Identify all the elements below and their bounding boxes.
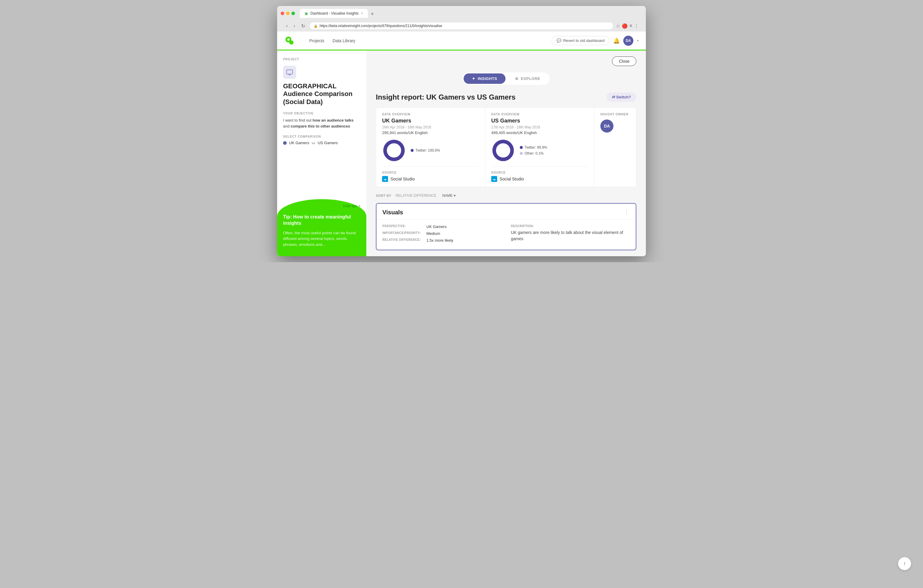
insight-card-menu[interactable]: ⋮ xyxy=(624,209,630,215)
sidebar-objective: I want to find out how an audience talks… xyxy=(283,117,360,129)
svg-point-4 xyxy=(385,141,403,159)
sort-name[interactable]: NAME ▾ xyxy=(441,193,458,198)
us-word-count: 499,405 words/UK English xyxy=(491,130,588,135)
revert-dashboard-button[interactable]: 💬 Revert to old dashboard xyxy=(552,36,609,45)
audience-a: UK Gamers xyxy=(289,141,309,145)
new-tab-button[interactable]: + xyxy=(368,10,376,18)
extension-icon[interactable]: 🔴 xyxy=(622,23,628,29)
us-legend: Twitter: 99.9% Other: 0.1% xyxy=(520,145,547,156)
rel-diff-label: RELATIVE DIFFERENCE: xyxy=(383,238,424,243)
star-icon[interactable]: ☆ xyxy=(616,23,620,29)
perspective-label: PERSPECTIVE: xyxy=(383,225,424,229)
comparison-dot xyxy=(283,141,287,145)
chevron-down-icon: ▾ xyxy=(454,194,455,198)
uk-source-label: SOURCE xyxy=(382,171,479,174)
perspective-row: PERSPECTIVE: UK Gamers xyxy=(383,225,501,229)
insight-card: Visuals ⋮ PERSPECTIVE: UK Gamers IMPORTA… xyxy=(376,203,636,250)
salesforce-icon-us: ☁ xyxy=(491,176,497,182)
tip-text: Often, the most useful points can be fou… xyxy=(283,230,360,248)
vs-label: vs xyxy=(312,141,315,145)
rel-diff-row: RELATIVE DIFFERENCE: 1.5x more likely xyxy=(383,238,501,243)
main-content: Close ✦ INSIGHTS ⊜ EXPLORE Insight repor… xyxy=(366,51,646,256)
maximize-window-button[interactable] xyxy=(291,11,295,15)
uk-donut-chart xyxy=(382,138,406,162)
rel-diff-value: 1.5x more likely xyxy=(426,238,453,243)
report-title: Insight report: UK Gamers vs US Gamers xyxy=(376,93,515,101)
back-button[interactable]: ‹ xyxy=(284,23,289,29)
svg-rect-3 xyxy=(287,70,292,74)
layers-icon[interactable]: ≡ xyxy=(629,23,632,28)
tip-title: Tip: How to create meaningful insights xyxy=(283,214,360,227)
us-source-label: SOURCE xyxy=(491,171,588,174)
svg-point-1 xyxy=(289,40,294,44)
insight-owner-col: INSIGHT OWNER DA xyxy=(595,108,636,187)
comparison-row: UK Gamers vs US Gamers xyxy=(283,141,360,145)
lock-icon: 🔒 xyxy=(314,24,318,28)
insight-description: DESCRIPTION: UK gamers are more likely t… xyxy=(511,225,630,245)
uk-word-count: 295,941 words/UK English xyxy=(382,130,479,135)
insights-tab[interactable]: ✦ INSIGHTS xyxy=(463,74,506,84)
tab-close-button[interactable]: × xyxy=(361,11,363,15)
address-bar[interactable]: 🔒 https://beta.relativeinsight.com/proje… xyxy=(309,22,613,30)
nav-right: 💬 Revert to old dashboard 🔔 DA ▾ xyxy=(552,36,639,46)
browser-tab[interactable]: ◉ Dashboard - Visualise Insights × xyxy=(300,9,368,18)
comment-icon: 💬 xyxy=(557,38,562,43)
nav-links: Projects Data Library xyxy=(309,38,542,43)
us-other-dot xyxy=(520,152,523,155)
tab-favicon: ◉ xyxy=(304,11,308,16)
close-window-button[interactable] xyxy=(281,11,284,15)
uk-twitter-dot xyxy=(411,149,414,152)
priority-row: IMPORTANCE/PRIORITY: Medium xyxy=(383,231,501,236)
content-header: Close xyxy=(376,56,636,66)
avatar-dropdown-icon[interactable]: ▾ xyxy=(637,39,639,43)
hide-tips-button[interactable]: Hide tips × xyxy=(343,204,360,208)
logo[interactable] xyxy=(284,35,295,46)
us-legend-item-other: Other: 0.1% xyxy=(520,151,547,156)
us-gamers-data-col: DATA OVERVIEW US Gamers 17th Apr 2018 - … xyxy=(485,108,595,187)
objective-label: YOUR OBJECTIVE xyxy=(283,112,360,115)
us-donut-chart xyxy=(491,138,515,162)
projects-link[interactable]: Projects xyxy=(309,38,324,43)
insight-meta: PERSPECTIVE: UK Gamers IMPORTANCE/PRIORI… xyxy=(383,225,501,245)
insight-owner-label: INSIGHT OWNER xyxy=(600,113,630,116)
project-title: GEOGRAPHICAL Audience Comparison (Social… xyxy=(283,82,360,106)
url-text: https://beta.relativeinsight.com/project… xyxy=(320,24,442,28)
us-donut-row: Twitter: 99.9% Other: 0.1% xyxy=(491,138,588,162)
uk-data-overview-label: DATA OVERVIEW xyxy=(382,113,479,116)
sort-relative-diff[interactable]: RELATIVE DIFFERENCE xyxy=(394,193,438,198)
tab-toggle: ✦ INSIGHTS ⊜ EXPLORE xyxy=(462,72,550,85)
user-avatar[interactable]: DA xyxy=(623,36,633,46)
minimize-window-button[interactable] xyxy=(286,11,290,15)
uk-source-value: ☁ Social Studio xyxy=(382,176,479,182)
explore-tab[interactable]: ⊜ EXPLORE xyxy=(507,74,549,84)
tab-title: Dashboard - Visualise Insights xyxy=(310,11,359,15)
uk-legend: Twitter: 100.0% xyxy=(411,148,440,153)
us-legend-item-twitter: Twitter: 99.9% xyxy=(520,145,547,149)
sort-by-label: SORT BY xyxy=(376,194,391,197)
uk-source-section: SOURCE ☁ Social Studio xyxy=(382,166,479,182)
project-icon xyxy=(283,66,296,79)
uk-legend-item-twitter: Twitter: 100.0% xyxy=(411,148,440,153)
sort-bar: SORT BY RELATIVE DIFFERENCE NAME ▾ xyxy=(376,193,636,198)
priority-value: Medium xyxy=(426,231,440,236)
us-audience-name: US Gamers xyxy=(491,118,588,124)
data-library-link[interactable]: Data Library xyxy=(333,38,355,43)
explore-icon: ⊜ xyxy=(515,76,519,81)
notification-icon[interactable]: 🔔 xyxy=(613,38,620,44)
salesforce-icon-uk: ☁ xyxy=(382,176,388,182)
insight-report-header: Insight report: UK Gamers vs US Gamers ⇄… xyxy=(376,92,636,102)
forward-button[interactable]: › xyxy=(292,23,297,29)
refresh-button[interactable]: ↻ xyxy=(299,23,307,30)
settings-icon[interactable]: ⋮ xyxy=(634,23,639,29)
uk-gamers-data-col: DATA OVERVIEW UK Gamers 16th Apr 2018 - … xyxy=(376,108,485,187)
insight-card-title: Visuals xyxy=(383,209,403,216)
description-text: UK gamers are more likely to talk about … xyxy=(511,230,630,242)
uk-donut-row: Twitter: 100.0% xyxy=(382,138,479,162)
svg-point-2 xyxy=(287,38,290,41)
insight-card-body: PERSPECTIVE: UK Gamers IMPORTANCE/PRIORI… xyxy=(376,220,636,250)
data-overview-container: DATA OVERVIEW UK Gamers 16th Apr 2018 - … xyxy=(376,108,636,187)
us-source-section: SOURCE ☁ Social Studio xyxy=(491,166,588,182)
close-button[interactable]: Close xyxy=(612,56,636,66)
us-data-overview-label: DATA OVERVIEW xyxy=(491,113,588,116)
switch-button[interactable]: ⇄ Switch? xyxy=(607,92,636,102)
